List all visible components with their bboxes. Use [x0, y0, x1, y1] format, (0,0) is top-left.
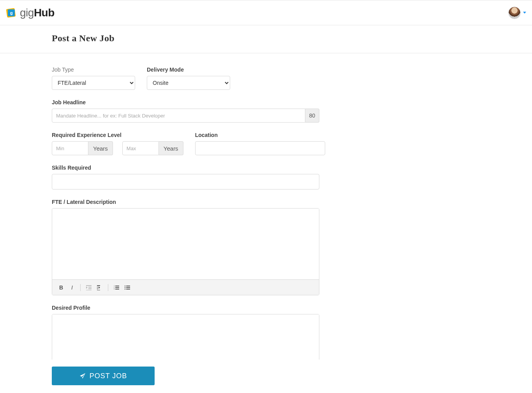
app-logo[interactable]: g gigHub [6, 7, 55, 19]
logo-mark-icon: g [6, 7, 18, 19]
top-navbar: g gigHub [0, 0, 532, 25]
user-menu[interactable] [508, 7, 526, 19]
location-field: Location [195, 132, 325, 155]
experience-min-input[interactable] [52, 141, 88, 155]
headline-input[interactable] [52, 109, 305, 123]
svg-text:3: 3 [114, 288, 115, 290]
description-field: FTE / Lateral Description B I 123 [52, 199, 319, 295]
experience-field: Required Experience Level Years Years [52, 132, 183, 155]
toolbar-separator [108, 284, 108, 291]
italic-icon[interactable]: I [68, 283, 76, 292]
footer-action-bar: POST JOB [0, 360, 532, 393]
headline-field: Job Headline 80 [52, 99, 319, 123]
outdent-icon[interactable] [85, 283, 93, 292]
location-label: Location [195, 132, 325, 138]
job-type-field: Job Type FTE/Lateral [52, 67, 135, 90]
page-title-bar: Post a New Job [0, 25, 532, 53]
svg-point-7 [125, 287, 125, 288]
svg-text:g: g [10, 11, 12, 15]
skills-label: Skills Required [52, 165, 319, 171]
headline-label: Job Headline [52, 99, 319, 105]
years-suffix: Years [159, 141, 183, 155]
years-suffix: Years [88, 141, 113, 155]
svg-point-6 [125, 285, 125, 286]
logo-text: gigHub [20, 7, 55, 19]
description-label: FTE / Lateral Description [52, 199, 319, 205]
delivery-mode-label: Delivery Mode [147, 67, 230, 73]
post-job-label: POST JOB [90, 372, 127, 380]
job-type-label: Job Type [52, 67, 135, 73]
skills-input[interactable] [52, 174, 319, 189]
delivery-mode-field: Delivery Mode Onsite [147, 67, 230, 90]
indent-icon[interactable] [95, 283, 104, 292]
avatar [508, 7, 521, 19]
paper-plane-icon [79, 373, 86, 379]
description-editor: B I 123 [52, 208, 319, 295]
post-job-button[interactable]: POST JOB [52, 367, 155, 385]
headline-char-count: 80 [305, 109, 319, 123]
unordered-list-icon[interactable] [123, 283, 132, 292]
job-form: Job Type FTE/Lateral Delivery Mode Onsit… [46, 53, 486, 393]
page-title: Post a New Job [52, 33, 480, 44]
job-type-select[interactable]: FTE/Lateral [52, 76, 135, 90]
ordered-list-icon[interactable]: 123 [112, 283, 121, 292]
skills-field: Skills Required [52, 165, 319, 189]
delivery-mode-select[interactable]: Onsite [147, 76, 230, 90]
experience-label: Required Experience Level [52, 132, 183, 138]
chevron-down-icon [523, 12, 526, 14]
profile-label: Desired Profile [52, 305, 319, 311]
location-input[interactable] [195, 141, 325, 155]
toolbar-separator [80, 284, 81, 291]
experience-max-input[interactable] [122, 141, 159, 155]
description-editor-body[interactable] [52, 209, 319, 279]
bold-icon[interactable]: B [57, 283, 65, 292]
svg-point-8 [125, 288, 125, 289]
editor-toolbar: B I 123 [52, 279, 319, 295]
